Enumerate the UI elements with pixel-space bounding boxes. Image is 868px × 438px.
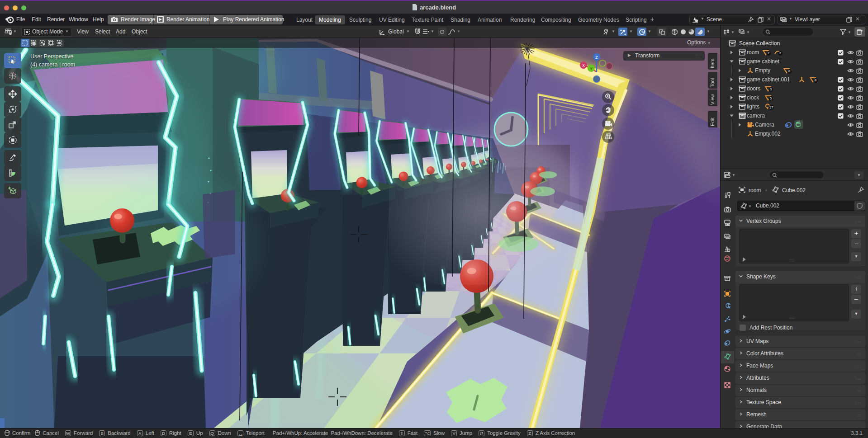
svg-text:Z: Z	[595, 55, 598, 60]
svg-text:Y: Y	[590, 66, 593, 71]
svg-text:X: X	[582, 63, 585, 68]
